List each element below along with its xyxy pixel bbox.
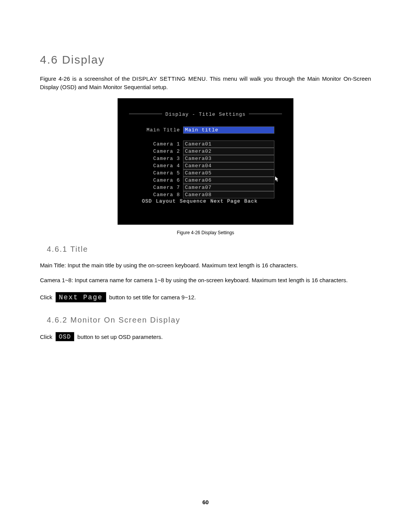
screenshot-title-text: Display - Title Settings [162, 112, 249, 117]
menu-back[interactable]: Back [244, 198, 258, 204]
row-camera-3: Camera 3 Camera03 [141, 155, 274, 162]
next-page-button[interactable]: Next Page [56, 292, 106, 302]
label-main-title: Main Title [141, 127, 183, 133]
input-camera-3[interactable]: Camera03 [183, 155, 274, 162]
row-camera-5: Camera 5 Camera05 [141, 169, 274, 177]
intro-text-1: is a screenshot of the [70, 75, 132, 82]
row-camera-1: Camera 1 Camera01 [141, 141, 274, 148]
click-text-post: button to set title for camera 9~12. [109, 294, 196, 300]
intro-fig-ref: Figure 4-26 [40, 75, 70, 82]
label-camera-7: Camera 7 [141, 185, 183, 190]
menu-osd[interactable]: OSD [142, 198, 152, 204]
heading-4.6.1-num: 4.6.1 [47, 245, 67, 253]
input-main-title[interactable]: Main title [183, 126, 274, 134]
row-camera-6: Camera 6 Camera06 [141, 177, 274, 184]
input-camera-6[interactable]: Camera06 [183, 177, 274, 184]
row-camera-7: Camera 7 Camera07 [141, 184, 274, 191]
intro-paragraph: Figure 4-26 is a screenshot of the DISPL… [40, 75, 371, 91]
label-camera-2: Camera 2 [141, 149, 183, 154]
osd-button[interactable]: OSD [56, 332, 75, 341]
row-camera-8: Camera 8 Camera08 [141, 191, 274, 198]
p-main-title-lead: Main Title: [40, 262, 66, 268]
label-camera-1: Camera 1 [141, 141, 183, 147]
click-text-pre: Click [40, 294, 53, 300]
click-text-post-2: button to set up OSD parameters. [77, 334, 162, 340]
input-camera-2[interactable]: Camera02 [183, 148, 274, 155]
p-camera: Camera 1~8: Input camera name for camera… [40, 276, 371, 284]
label-camera-3: Camera 3 [141, 156, 183, 161]
label-camera-4: Camera 4 [141, 163, 183, 169]
screenshot: Display - Title Settings Main Title Main… [118, 98, 293, 225]
screenshot-title: Display - Title Settings [118, 112, 293, 117]
label-camera-8: Camera 8 [141, 192, 183, 198]
cursor-icon [275, 176, 279, 182]
menu-next-page[interactable]: Next Page [210, 198, 241, 204]
heading-4.6: 4.6 Display [40, 53, 371, 66]
intro-caps: DISPLAY SETTING MENU [132, 75, 206, 82]
label-camera-5: Camera 5 [141, 170, 183, 176]
heading-4.6.2-title: Monitor On Screen Display [70, 316, 180, 324]
p-main-title: Main Title: Input the main title by usin… [40, 261, 371, 270]
input-camera-7[interactable]: Camera07 [183, 184, 274, 191]
heading-4.6.1: 4.6.1 Title [40, 245, 371, 254]
p-main-title-body: Input the main title by using the on-scr… [66, 262, 298, 268]
screenshot-body: Main Title Main title Camera 1 Camera01 … [141, 126, 274, 198]
input-camera-5[interactable]: Camera05 [183, 169, 274, 177]
p-camera-body: Input camera name for camera 1~8 by usin… [73, 277, 348, 283]
input-camera-4[interactable]: Camera04 [183, 162, 274, 169]
page-number: 60 [0, 499, 411, 505]
heading-4.6-num: 4.6 [40, 53, 58, 66]
row-camera-2: Camera 2 Camera02 [141, 148, 274, 155]
heading-4.6.2: 4.6.2 Monitor On Screen Display [40, 316, 371, 324]
heading-4.6.2-num: 4.6.2 [47, 316, 67, 324]
screenshot-menu: OSD Layout Sequence Next Page Back [142, 198, 282, 204]
menu-layout[interactable]: Layout [156, 198, 176, 204]
click-next-page-line: Click Next Page button to set title for … [40, 292, 371, 302]
click-text-pre-2: Click [40, 334, 53, 340]
p-camera-lead: Camera 1~8: [40, 277, 73, 283]
input-camera-8[interactable]: Camera08 [183, 191, 274, 198]
menu-sequence[interactable]: Sequence [180, 198, 206, 204]
heading-4.6.1-title: Title [70, 245, 88, 253]
row-main-title: Main Title Main title [141, 126, 274, 134]
heading-4.6-title: Display [62, 53, 105, 66]
figure-caption: Figure 4-26 Display Settings [177, 230, 234, 235]
screenshot-figure: Display - Title Settings Main Title Main… [40, 98, 371, 235]
label-camera-6: Camera 6 [141, 177, 183, 183]
page: 4.6 Display Figure 4-26 is a screenshot … [0, 0, 411, 532]
click-osd-line: Click OSD button to set up OSD parameter… [40, 332, 371, 341]
row-camera-4: Camera 4 Camera04 [141, 162, 274, 169]
input-camera-1[interactable]: Camera01 [183, 141, 274, 148]
